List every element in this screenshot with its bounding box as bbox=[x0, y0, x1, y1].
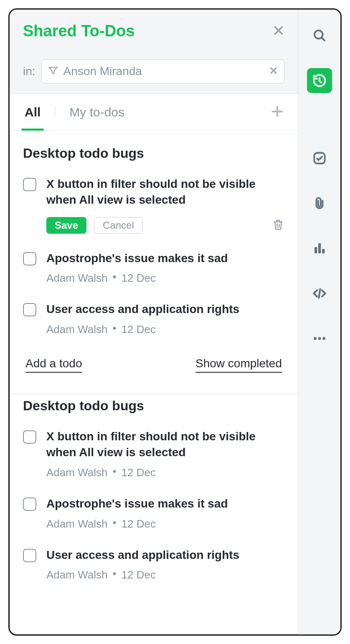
meta-separator: • bbox=[112, 270, 116, 283]
section-title: Desktop todo bugs bbox=[23, 398, 284, 414]
todo-body: User access and application rightsAdam W… bbox=[46, 547, 284, 582]
todo-date: 12 Dec bbox=[122, 323, 156, 336]
main-column: Shared To-Dos in: Anson Miranda bbox=[10, 10, 298, 634]
tab-all-label: All bbox=[25, 105, 41, 119]
delete-button[interactable] bbox=[272, 218, 284, 232]
todo-item: User access and application rightsAdam W… bbox=[23, 301, 284, 336]
svg-point-6 bbox=[318, 337, 321, 340]
todo-author: Adam Walsh bbox=[46, 466, 107, 479]
meta-separator: • bbox=[112, 567, 116, 580]
filter-row: in: Anson Miranda bbox=[23, 59, 284, 83]
content-scroll[interactable]: Desktop todo bugsX button in filter shou… bbox=[10, 131, 298, 634]
filter-icon bbox=[48, 65, 58, 78]
todo-title[interactable]: Apostrophe's issue makes it sad bbox=[46, 250, 284, 266]
todo-checkbox[interactable] bbox=[23, 252, 36, 265]
header-top: Shared To-Dos bbox=[23, 22, 284, 40]
todo-meta: Adam Walsh•12 Dec bbox=[46, 323, 284, 336]
sidebar-code[interactable] bbox=[307, 281, 332, 306]
tab-separator bbox=[55, 106, 55, 119]
tab-my-todos[interactable]: My to-dos bbox=[68, 94, 126, 130]
svg-rect-4 bbox=[322, 249, 325, 254]
todo-author: Adam Walsh bbox=[46, 323, 107, 336]
filter-clear-button[interactable] bbox=[269, 66, 278, 77]
sidebar-more[interactable] bbox=[307, 326, 332, 351]
meta-separator: • bbox=[112, 322, 116, 334]
todo-meta: Adam Walsh•12 Dec bbox=[46, 568, 284, 581]
sidebar-todos[interactable] bbox=[307, 146, 332, 171]
close-button[interactable] bbox=[273, 25, 284, 38]
add-todo-button[interactable] bbox=[270, 104, 284, 120]
sidebar-history[interactable] bbox=[307, 68, 332, 93]
tab-mine-label: My to-dos bbox=[69, 105, 124, 119]
svg-rect-2 bbox=[314, 247, 317, 253]
todo-title[interactable]: X button in filter should not be visible… bbox=[46, 429, 284, 460]
filter-label: in: bbox=[23, 65, 36, 78]
todo-date: 12 Dec bbox=[122, 466, 156, 479]
section-title: Desktop todo bugs bbox=[23, 146, 284, 161]
todo-edit-row: SaveCancel bbox=[46, 217, 284, 234]
svg-rect-3 bbox=[318, 243, 321, 253]
header: Shared To-Dos in: Anson Miranda bbox=[10, 10, 298, 94]
todo-meta: Adam Walsh•12 Dec bbox=[46, 272, 284, 285]
svg-point-5 bbox=[314, 337, 317, 340]
todo-checkbox[interactable] bbox=[23, 498, 36, 511]
todo-item: Apostrophe's issue makes it sadAdam Wals… bbox=[23, 250, 284, 285]
todo-body: Apostrophe's issue makes it sadAdam Wals… bbox=[46, 250, 284, 285]
todo-title[interactable]: Apostrophe's issue makes it sad bbox=[46, 496, 284, 512]
todo-item: User access and application rightsAdam W… bbox=[23, 547, 284, 582]
todo-meta: Adam Walsh•12 Dec bbox=[46, 466, 284, 479]
todo-body: X button in filter should not be visible… bbox=[46, 429, 284, 479]
tabs: All My to-dos bbox=[10, 94, 298, 131]
sidebar-polls[interactable] bbox=[307, 236, 332, 261]
meta-separator: • bbox=[112, 465, 116, 477]
app-window: Shared To-Dos in: Anson Miranda bbox=[8, 8, 342, 636]
todo-date: 12 Dec bbox=[122, 272, 156, 284]
cancel-button[interactable]: Cancel bbox=[94, 217, 143, 234]
todo-meta: Adam Walsh•12 Dec bbox=[46, 518, 284, 530]
todo-checkbox[interactable] bbox=[23, 303, 36, 316]
filter-value: Anson Miranda bbox=[58, 65, 269, 78]
todo-author: Adam Walsh bbox=[46, 568, 107, 581]
save-button[interactable]: Save bbox=[46, 217, 86, 234]
todo-author: Adam Walsh bbox=[46, 272, 107, 284]
tab-all[interactable]: All bbox=[23, 94, 42, 130]
todo-title[interactable]: User access and application rights bbox=[46, 301, 284, 317]
svg-point-7 bbox=[322, 337, 325, 340]
add-todo-link[interactable]: Add a todo bbox=[25, 357, 82, 373]
todo-item: X button in filter should not be visible… bbox=[23, 176, 284, 234]
filter-input[interactable]: Anson Miranda bbox=[41, 59, 284, 83]
todo-body: User access and application rightsAdam W… bbox=[46, 301, 284, 336]
right-sidebar bbox=[298, 10, 340, 634]
section: Desktop todo bugsX button in filter shou… bbox=[10, 398, 298, 606]
todo-date: 12 Dec bbox=[122, 518, 156, 530]
todo-author: Adam Walsh bbox=[46, 518, 107, 530]
page-title: Shared To-Dos bbox=[23, 22, 134, 40]
todo-title[interactable]: User access and application rights bbox=[46, 547, 284, 563]
todo-date: 12 Dec bbox=[122, 568, 156, 581]
sidebar-attachments[interactable] bbox=[307, 191, 332, 216]
todo-item: Apostrophe's issue makes it sadAdam Wals… bbox=[23, 496, 284, 530]
todo-checkbox[interactable] bbox=[23, 549, 36, 562]
todo-item: X button in filter should not be visible… bbox=[23, 429, 284, 479]
meta-separator: • bbox=[112, 516, 116, 529]
todo-checkbox[interactable] bbox=[23, 178, 36, 191]
todo-checkbox[interactable] bbox=[23, 430, 36, 444]
show-completed-link[interactable]: Show completed bbox=[195, 357, 282, 373]
todo-body: Apostrophe's issue makes it sadAdam Wals… bbox=[46, 496, 284, 530]
todo-title[interactable]: X button in filter should not be visible… bbox=[46, 176, 284, 208]
sidebar-search[interactable] bbox=[307, 23, 332, 48]
todo-body: X button in filter should not be visible… bbox=[46, 176, 284, 234]
section-footer: Add a todoShow completed bbox=[23, 353, 284, 385]
section: Desktop todo bugsX button in filter shou… bbox=[10, 146, 298, 394]
